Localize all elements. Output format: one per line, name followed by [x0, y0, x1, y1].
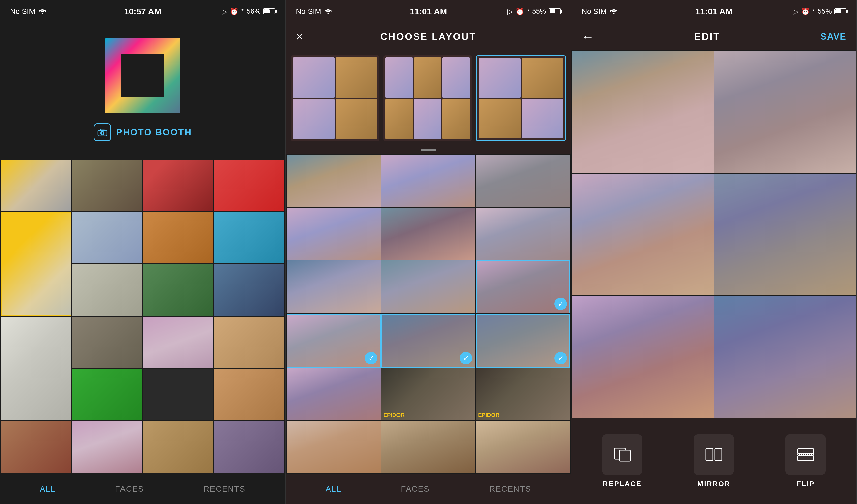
- layout-option-2[interactable]: [383, 55, 472, 141]
- layout-cell: [385, 99, 413, 139]
- photo-select-cell[interactable]: [381, 260, 475, 314]
- photo-cell[interactable]: [1, 421, 71, 473]
- time-3: 11:01 AM: [695, 6, 733, 16]
- carrier-info-1: No SIM: [10, 7, 46, 16]
- carrier-info-2: No SIM: [296, 7, 332, 16]
- photo-cell[interactable]: [72, 369, 142, 421]
- photo-select-cell-selected[interactable]: ✓: [476, 314, 570, 368]
- photo-select-cell[interactable]: [476, 155, 570, 207]
- flip-tool[interactable]: FLIP: [786, 434, 826, 488]
- battery-pct-3: 55%: [818, 7, 832, 15]
- tab-all-1[interactable]: ALL: [35, 482, 61, 496]
- flip-icon-box: [786, 434, 826, 475]
- mirror-tool[interactable]: MIRROR: [694, 434, 734, 488]
- photo-select-cell[interactable]: EPIDOR: [381, 368, 475, 420]
- layout-cell: [414, 57, 441, 98]
- photo-select-cell[interactable]: [287, 208, 381, 259]
- tab-recents-1[interactable]: RECENTS: [198, 482, 251, 496]
- layout-cell: [293, 99, 335, 139]
- photo-cell[interactable]: [143, 317, 213, 368]
- collage-cell[interactable]: [572, 296, 713, 418]
- photo-select-cell[interactable]: [381, 421, 475, 473]
- collage-cell[interactable]: [714, 51, 856, 173]
- photo-select-cell[interactable]: [287, 421, 381, 473]
- collage-cell[interactable]: [714, 174, 856, 295]
- layout-cell: [336, 57, 377, 98]
- mirror-label: MIRROR: [698, 480, 731, 488]
- photo-cell[interactable]: [72, 317, 142, 368]
- layout-cell: [442, 99, 470, 139]
- photo-cell[interactable]: [143, 264, 213, 316]
- battery-icon-1: [263, 8, 275, 14]
- photo-select-cell[interactable]: [476, 208, 570, 259]
- photo-cell[interactable]: [214, 160, 284, 211]
- replace-label: REPLACE: [603, 480, 642, 488]
- phone-screen-1: No SIM 10:57 AM ▷ ⏰ * 56%: [0, 0, 286, 504]
- status-icons-3: ▷ ⏰ * 55%: [793, 7, 846, 16]
- save-button[interactable]: SAVE: [821, 31, 846, 42]
- layout-option-1[interactable]: [291, 55, 379, 141]
- scroll-dot: [421, 149, 436, 151]
- svg-point-3: [101, 132, 103, 134]
- battery-icon-3: [834, 8, 846, 14]
- replace-tool[interactable]: REPLACE: [602, 434, 642, 488]
- camera-icon: [94, 123, 111, 141]
- photo-cell[interactable]: [72, 212, 142, 264]
- layout-cell: [293, 57, 335, 98]
- photo-select-cell[interactable]: [381, 208, 475, 259]
- location-icon-1: ▷: [222, 7, 228, 16]
- photo-select-cell-selected[interactable]: ✓: [381, 314, 475, 368]
- layout-chooser[interactable]: [286, 50, 571, 146]
- back-button[interactable]: ←: [582, 29, 594, 44]
- tab-faces-1[interactable]: FACES: [110, 482, 149, 496]
- photo-cell[interactable]: [1, 212, 71, 316]
- photo-cell[interactable]: [214, 369, 284, 421]
- photo-grid-1[interactable]: [0, 159, 285, 474]
- photo-select-cell[interactable]: EPIDOR: [476, 368, 570, 420]
- close-button[interactable]: ×: [296, 29, 303, 44]
- tab-faces-2[interactable]: FACES: [396, 482, 435, 496]
- photo-select-cell[interactable]: [287, 155, 381, 207]
- layout-cell: [414, 99, 441, 139]
- logo-area: PHOTO BOOTH: [0, 23, 285, 159]
- photo-cell[interactable]: [72, 264, 142, 316]
- layout-cell: [442, 57, 470, 98]
- photo-cell[interactable]: [72, 160, 142, 211]
- photo-cell[interactable]: [214, 264, 284, 316]
- photo-cell[interactable]: [1, 160, 71, 211]
- photo-cell[interactable]: [143, 369, 213, 421]
- photo-cell[interactable]: [143, 212, 213, 264]
- photo-cell[interactable]: [143, 421, 213, 473]
- status-bar-2: No SIM 11:01 AM ▷ ⏰ * 55%: [286, 0, 571, 23]
- carrier-label-2: No SIM: [296, 7, 321, 16]
- scroll-indicator: [286, 146, 571, 154]
- wifi-icon-3: [610, 7, 618, 16]
- alarm-icon-3: ⏰: [801, 7, 810, 16]
- photo-cell[interactable]: [1, 317, 71, 420]
- collage-cell[interactable]: [714, 296, 856, 418]
- photo-cell[interactable]: [214, 317, 284, 368]
- svg-rect-8: [619, 450, 631, 461]
- photo-select-cell[interactable]: [381, 155, 475, 207]
- photo-select-cell[interactable]: [287, 260, 381, 314]
- photo-selection-area[interactable]: ✓ ✓ ✓ ✓ EPIDOR EPIDOR: [286, 154, 571, 474]
- app-logo: [105, 38, 181, 113]
- svg-rect-9: [706, 449, 713, 461]
- collage-cell[interactable]: [572, 51, 713, 173]
- selection-checkmark: ✓: [554, 298, 567, 310]
- tab-all-2[interactable]: ALL: [321, 482, 347, 496]
- photo-cell[interactable]: [143, 160, 213, 211]
- collage-cell[interactable]: [572, 174, 713, 295]
- photo-select-cell-selected[interactable]: ✓: [476, 260, 570, 314]
- collage-edit-area[interactable]: [571, 50, 857, 418]
- photo-cell[interactable]: [214, 212, 284, 264]
- layout-option-3[interactable]: [476, 55, 566, 141]
- photo-select-cell[interactable]: [476, 421, 570, 473]
- time-2: 11:01 AM: [409, 6, 447, 16]
- photo-cell[interactable]: [72, 421, 142, 473]
- layout-cell: [478, 99, 521, 138]
- photo-select-cell-selected[interactable]: ✓: [287, 314, 381, 368]
- photo-select-cell[interactable]: [287, 368, 381, 420]
- photo-cell[interactable]: [214, 421, 284, 473]
- tab-recents-2[interactable]: RECENTS: [484, 482, 536, 496]
